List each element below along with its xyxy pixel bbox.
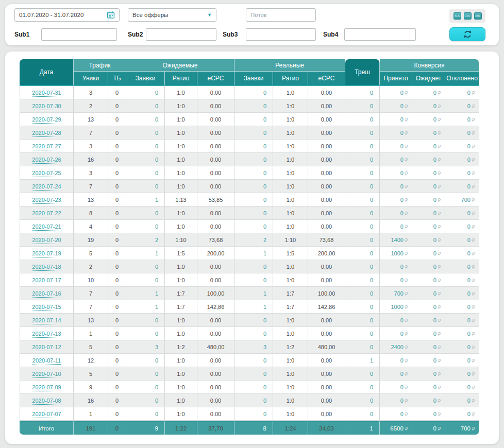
cell-exp_ratio: 1:0 [165,113,197,126]
date-link[interactable]: 2020-07-10 [32,371,61,378]
cell-real_ecpc: 0,00 [308,153,345,166]
date-link[interactable]: 2020-07-30 [32,103,61,110]
cell-trash: 1 [345,421,380,435]
cell-real_leads: 8 [234,421,273,435]
cell-real_ratio: 1:2 [273,340,308,354]
cell-exp_leads: 2 [126,233,165,247]
export-xml-button[interactable]: XML [474,12,482,20]
ruble-sign: ₽ [405,91,408,96]
cell-uniques: 2 [74,260,108,273]
table-row: 2020-07-167011:7100,0011:7100,000700₽0₽0… [20,287,479,300]
date-link[interactable]: 2020-07-22 [32,210,61,217]
cell-trash: 0 [345,153,380,166]
ruble-sign: ₽ [438,372,441,377]
cell-date: 2020-07-08 [20,394,74,407]
cell-exp_ecpc: 0.00 [197,394,234,407]
cell-exp_leads: 0 [126,206,165,220]
sub1-input[interactable] [41,28,117,41]
date-range-picker[interactable]: 01.07.2020 - 31.07.2020 [14,8,120,22]
cell-exp_leads: 1 [126,287,165,300]
date-link[interactable]: 2020-07-11 [32,357,61,365]
date-link[interactable]: 2020-07-29 [32,116,61,124]
cell-accepted: 0₽ [380,314,412,327]
sub3-input[interactable] [246,28,316,41]
ruble-sign: ₽ [472,158,475,163]
cell-exp_ecpc: 73,68 [197,233,234,247]
sub4-input[interactable] [344,28,416,41]
ruble-sign: ₽ [405,145,408,149]
date-link[interactable]: 2020-07-16 [32,290,61,298]
cell-real_ratio: 1:0 [273,206,308,220]
sub2-input[interactable] [146,28,216,41]
date-link[interactable]: 2020-07-18 [32,264,61,271]
cell-exp_ratio: 1:5 [165,247,197,260]
export-xls-button[interactable]: XLS [453,12,461,20]
date-link[interactable]: 2020-07-21 [32,223,61,231]
cell-date: 2020-07-10 [20,367,74,381]
cell-exp_leads: 0 [126,394,165,407]
ruble-sign: ₽ [472,412,475,417]
cell-tb: 0 [108,180,126,193]
table-row: 2020-07-253001:00.0001:00,0000₽0₽0₽ [20,166,479,180]
date-link[interactable]: 2020-07-31 [32,90,61,97]
date-link[interactable]: 2020-07-07 [32,411,61,418]
date-link[interactable]: 2020-07-19 [32,250,61,257]
cell-declined: 0₽ [445,247,479,260]
calendar-icon[interactable] [107,11,115,19]
flow-input[interactable] [246,8,316,22]
cell-uniques: 5 [74,247,108,260]
date-link[interactable]: 2020-07-14 [32,317,61,324]
cell-real_ratio: 1:24 [273,421,308,435]
ruble-sign: ₽ [438,91,441,96]
cell-real_ecpc: 0,00 [308,113,345,126]
ruble-sign: ₽ [472,131,475,136]
date-link[interactable]: 2020-07-15 [32,304,61,311]
col-header-pending: Ожидает [412,72,445,86]
cell-exp_ecpc: 0.00 [197,260,234,273]
date-link[interactable]: 2020-07-17 [32,277,61,284]
table-row: 2020-07-131001:00.0001:00,0000₽0₽0₽ [20,327,479,340]
date-link[interactable]: 2020-07-12 [32,344,61,351]
export-csv-button[interactable]: CSV [464,12,472,20]
table-header: Дата Трафик Ожидаемые Реальные Треш Конв… [20,59,479,86]
chevron-down-icon: ▼ [207,13,212,18]
date-link[interactable]: 2020-07-20 [32,237,61,244]
date-link[interactable]: 2020-07-26 [32,157,61,164]
date-link[interactable]: 2020-07-08 [32,398,61,405]
col-header-declined: Отклонено [445,72,479,86]
date-link[interactable]: 2020-07-09 [32,384,61,391]
date-link[interactable]: 2020-07-24 [32,183,61,191]
date-link[interactable]: 2020-07-23 [32,197,61,204]
cell-real_ecpc: 0,00 [308,140,345,153]
ruble-sign: ₽ [438,292,441,297]
cell-exp_ecpc: 0.00 [197,354,234,367]
date-link[interactable]: 2020-07-25 [32,170,61,177]
refresh-button[interactable] [449,27,485,41]
cell-real_ecpc: 0,00 [308,381,345,394]
cell-uniques: 16 [74,153,108,166]
col-header-uniques: Уники [74,72,108,86]
cell-trash: 0 [345,381,380,394]
ruble-sign: ₽ [405,399,408,404]
table-row: 2020-07-287001:00.0001:00,0000₽0₽0₽ [20,126,479,140]
cell-real_ecpc: 0,00 [308,166,345,180]
cell-real_ecpc: 0,00 [308,126,345,140]
stats-panel: Дата Трафик Ожидаемые Реальные Треш Конв… [5,51,499,444]
offers-select[interactable]: Все офферы ▼ [128,8,216,22]
col-header-real-ratio: Ратио [273,72,308,86]
table-row: 2020-07-1710001:00.0001:00,0000₽0₽0₽ [20,273,479,287]
date-link[interactable]: 2020-07-13 [32,331,61,338]
cell-trash: 0 [345,233,380,247]
cell-pending: 0₽ [412,99,445,113]
cell-date: 2020-07-27 [20,140,74,153]
date-link[interactable]: 2020-07-28 [32,130,61,137]
cell-uniques: 5 [74,367,108,381]
cell-real_leads: 0 [234,367,273,381]
cell-accepted: 0₽ [380,381,412,394]
cell-date: 2020-07-17 [20,273,74,287]
cell-uniques: 16 [74,394,108,407]
cell-date: 2020-07-31 [20,86,74,99]
ruble-sign: ₽ [438,105,441,109]
cell-exp_ecpc: 0.00 [197,99,234,113]
date-link[interactable]: 2020-07-27 [32,143,61,150]
